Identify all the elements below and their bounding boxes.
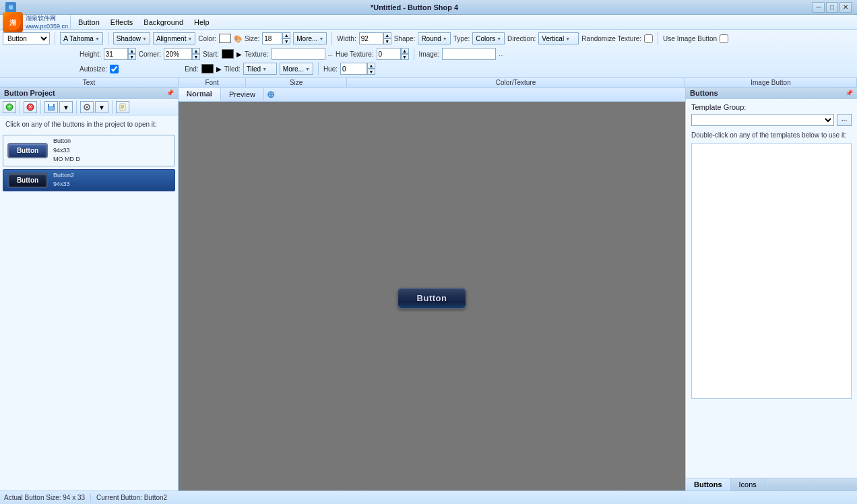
- height-up[interactable]: ▲: [128, 48, 136, 54]
- width-down[interactable]: ▼: [383, 38, 391, 44]
- add-button-btn[interactable]: +: [3, 101, 16, 113]
- image-input[interactable]: [442, 48, 496, 60]
- randomize-checkbox[interactable]: [644, 34, 653, 43]
- hue-texture-spinner: ▲ ▼: [377, 48, 409, 60]
- hue-texture-spin-btns: ▲ ▼: [401, 48, 409, 60]
- settings-dropdown[interactable]: ▼: [95, 101, 108, 113]
- btn-info-2: Button2 94x33: [53, 171, 74, 189]
- font-name-dropdown[interactable]: A Tahoma ▼: [60, 32, 103, 44]
- toolbar-row-3: Autosize: End: ▶ Tiled: Tiled ▼ More... …: [3, 62, 854, 75]
- font-size-spinner[interactable]: ▲ ▼: [262, 32, 290, 44]
- font-size-up[interactable]: ▲: [282, 32, 290, 38]
- more-dropdown[interactable]: More... ▼: [293, 32, 327, 44]
- svg-point-12: [86, 106, 88, 108]
- notes-btn[interactable]: [116, 101, 129, 113]
- pt-sep3: [76, 100, 77, 114]
- hue-down[interactable]: ▼: [367, 69, 375, 75]
- right-panel-pin-icon[interactable]: 📌: [846, 90, 853, 96]
- direction-label: Direction:: [507, 35, 536, 42]
- end-color-icon[interactable]: ▶: [216, 65, 222, 73]
- use-image-checkbox[interactable]: [720, 34, 728, 43]
- corner-down[interactable]: ▼: [192, 54, 200, 60]
- hue-label: Hue:: [323, 65, 338, 73]
- minimize-button[interactable]: ─: [813, 2, 825, 13]
- template-group-select[interactable]: [691, 114, 834, 126]
- menu-background[interactable]: Background: [138, 17, 189, 28]
- more2-dropdown[interactable]: More... ▼: [280, 63, 313, 75]
- font-size-spin-btns: ▲ ▼: [282, 32, 290, 44]
- tiled-dropdown[interactable]: Tiled ▼: [243, 63, 277, 75]
- font-size-input[interactable]: [262, 32, 282, 44]
- template-more-btn[interactable]: ···: [837, 114, 852, 126]
- add-tab-btn[interactable]: ⊕: [264, 88, 278, 101]
- main-layout: Button Project 📌 + ×: [0, 88, 857, 491]
- menu-bar: 湖 湖泉软件网www.pc0359.cn Button Effects Back…: [0, 15, 857, 30]
- more-arrow: ▼: [319, 36, 323, 41]
- tiled-label: Tiled:: [224, 65, 241, 73]
- hue-texture-down[interactable]: ▼: [401, 54, 409, 60]
- color-picker-icon[interactable]: 🎨: [234, 35, 242, 42]
- section-image-button: Image Button: [685, 78, 857, 87]
- svg-text:+: +: [7, 103, 11, 111]
- toolbar-row-2: Height: ▲ ▼ Corner: ▲ ▼ Start: ▶ Texture…: [3, 47, 854, 61]
- panel-pin-icon[interactable]: 📌: [166, 90, 174, 96]
- height-spin-btns: ▲ ▼: [128, 48, 136, 60]
- btn-preview-1: Button: [7, 143, 48, 158]
- width-spin-btns: ▲ ▼: [383, 32, 391, 44]
- logo-area: 湖 湖泉软件网www.pc0359.cn: [3, 12, 68, 32]
- color-swatch[interactable]: [219, 34, 231, 43]
- hue-up[interactable]: ▲: [367, 63, 375, 69]
- menu-effects[interactable]: Effects: [105, 17, 138, 28]
- height-spinner: ▲ ▼: [104, 48, 136, 60]
- font-size-down[interactable]: ▼: [282, 38, 290, 44]
- direction-dropdown[interactable]: Vertical ▼: [538, 32, 579, 44]
- width-input[interactable]: [359, 32, 383, 44]
- corner-up[interactable]: ▲: [192, 48, 200, 54]
- svg-text:湖: 湖: [9, 19, 16, 26]
- shadow-dropdown[interactable]: Shadow ▼: [113, 32, 150, 44]
- texture-input[interactable]: [272, 48, 325, 60]
- corner-input[interactable]: [164, 48, 192, 60]
- save-btn[interactable]: [44, 101, 58, 113]
- button-type-select[interactable]: Button: [3, 32, 50, 44]
- width-up[interactable]: ▲: [383, 32, 391, 38]
- pt-sep2: [40, 100, 41, 114]
- type-dropdown[interactable]: Colors ▼: [472, 32, 505, 44]
- maximize-button[interactable]: □: [826, 2, 838, 13]
- canvas-tabs: Normal Preview ⊕: [179, 88, 685, 102]
- hue-input[interactable]: [340, 63, 367, 75]
- hue-texture-up[interactable]: ▲: [401, 48, 409, 54]
- start-color[interactable]: [222, 49, 234, 59]
- start-color-icon[interactable]: ▶: [236, 51, 242, 58]
- height-label: Height:: [80, 51, 101, 58]
- menu-help[interactable]: Help: [189, 17, 215, 28]
- canvas-button-preview[interactable]: Button: [398, 288, 467, 309]
- end-color[interactable]: [201, 64, 214, 73]
- button-list-item-2[interactable]: Button Button2 94x33: [3, 169, 175, 191]
- save-dropdown[interactable]: ▼: [59, 101, 73, 113]
- right-tab-icons[interactable]: Icons: [731, 478, 765, 491]
- settings-btn[interactable]: [80, 101, 94, 113]
- alignment-dropdown[interactable]: Alignment ▼: [153, 32, 195, 44]
- autosize-checkbox[interactable]: [110, 65, 119, 73]
- close-button[interactable]: ✕: [839, 2, 852, 13]
- height-input[interactable]: [104, 48, 128, 60]
- btn-name-1: Button: [53, 137, 80, 146]
- image-label: Image:: [419, 51, 440, 58]
- hue-texture-label: Hue Texture:: [336, 51, 374, 58]
- right-tab-buttons[interactable]: Buttons: [686, 478, 731, 491]
- title-bar-left: [5, 2, 16, 13]
- delete-btn[interactable]: ×: [24, 101, 37, 113]
- tab-preview[interactable]: Preview: [221, 88, 264, 100]
- template-group-label: Template Group:: [691, 103, 852, 111]
- alignment-label: Alignment: [156, 35, 186, 42]
- hue-texture-input[interactable]: [377, 48, 401, 60]
- panel-title-buttons: Buttons: [690, 89, 718, 97]
- btn-size-1: 94x33: [53, 146, 80, 156]
- font-a-icon: A: [63, 34, 68, 42]
- menu-button[interactable]: Button: [73, 17, 105, 28]
- button-list-item-1[interactable]: Button Button 94x33 MO MD D: [3, 135, 175, 166]
- shape-dropdown[interactable]: Round ▼: [418, 32, 450, 44]
- sep5: [414, 47, 414, 61]
- height-down[interactable]: ▼: [128, 54, 136, 60]
